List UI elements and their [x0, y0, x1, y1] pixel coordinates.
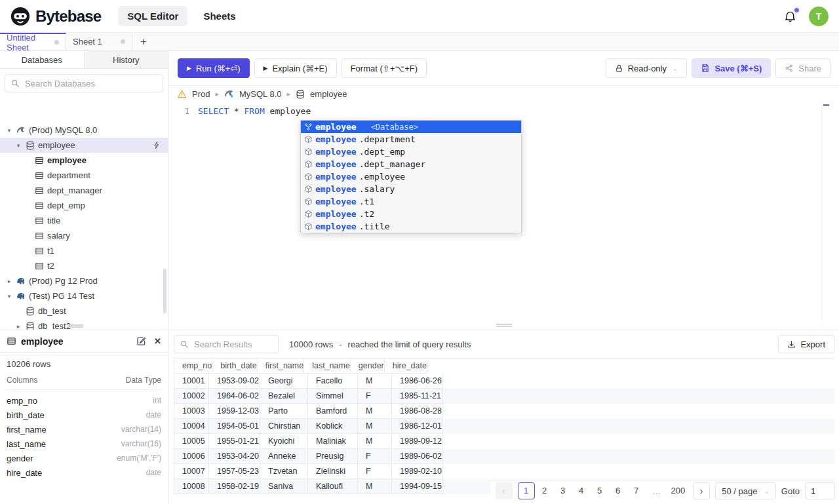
prev-page-button[interactable]: ‹: [496, 482, 513, 499]
edit-icon[interactable]: [136, 336, 146, 346]
tree-item-table-title[interactable]: title: [0, 213, 168, 228]
cell-birth-date[interactable]: 1953-09-02: [209, 374, 260, 389]
sheet-tab-untitled[interactable]: Untitled Sheet: [0, 33, 66, 50]
tree-item-table-salary[interactable]: salary: [0, 228, 168, 243]
cell-birth-date[interactable]: 1957-05-23: [209, 464, 260, 479]
cell-gender[interactable]: F: [358, 389, 392, 404]
cell-emp-no[interactable]: 10001: [174, 374, 209, 389]
cell-hire-date[interactable]: 1989-02-10: [392, 464, 443, 479]
column-header[interactable]: birth_date: [212, 359, 258, 374]
cell-emp-no[interactable]: 10008: [174, 479, 209, 494]
explain-button[interactable]: ▶ Explain (⌘+E): [254, 58, 337, 78]
tree-item-employee-database[interactable]: ▾ employee: [0, 138, 168, 153]
cell-emp-no[interactable]: 10006: [174, 449, 209, 464]
splitter-drag-handle[interactable]: [496, 324, 512, 327]
cell-gender[interactable]: M: [358, 434, 392, 449]
save-button[interactable]: Save (⌘+S): [692, 58, 771, 78]
page-number[interactable]: 1: [518, 482, 535, 499]
cell-hire-date[interactable]: 1986-08-28: [392, 404, 443, 419]
tree-item-table-employee[interactable]: employee: [0, 153, 168, 168]
column-header[interactable]: first_name: [258, 359, 304, 374]
column-header[interactable]: last_name: [304, 359, 351, 374]
cell-last-name[interactable]: Preusig: [308, 449, 358, 464]
autocomplete-item[interactable]: employee.dept_emp: [301, 145, 521, 158]
cell-hire-date[interactable]: 1986-12-01: [392, 419, 443, 434]
cell-gender[interactable]: M: [358, 419, 392, 434]
cell-last-name[interactable]: Simmel: [308, 389, 358, 404]
cell-emp-no[interactable]: 10002: [174, 389, 209, 404]
sheet-tab-sheet1[interactable]: Sheet 1: [66, 33, 132, 50]
page-number[interactable]: 7: [628, 482, 645, 499]
tree-item-db-test[interactable]: db_test: [0, 303, 168, 319]
nav-sql-editor[interactable]: SQL Editor: [118, 6, 187, 26]
tree-item-table-department[interactable]: department: [0, 168, 168, 183]
cell-birth-date[interactable]: 1953-04-20: [209, 449, 260, 464]
export-button[interactable]: Export: [778, 335, 834, 353]
cell-gender[interactable]: F: [358, 464, 392, 479]
search-databases-input[interactable]: [24, 78, 157, 89]
cell-first-name[interactable]: Anneke: [260, 449, 308, 464]
close-icon[interactable]: ✕: [154, 336, 161, 346]
tree-item-table-t2[interactable]: t2: [0, 258, 168, 273]
cell-first-name[interactable]: Tzvetan: [260, 464, 308, 479]
cell-birth-date[interactable]: 1964-06-02: [209, 389, 260, 404]
autocomplete-item[interactable]: employee.employee: [301, 170, 521, 183]
readonly-mode-select[interactable]: Read-only ⌄: [606, 58, 688, 78]
goto-page-input[interactable]: [805, 482, 835, 499]
breadcrumb-database[interactable]: employee: [310, 89, 347, 99]
autocomplete-item[interactable]: employee.dept_manager: [301, 158, 521, 170]
share-button[interactable]: Share: [775, 58, 830, 78]
cell-last-name[interactable]: Bamford: [308, 404, 358, 419]
cell-first-name[interactable]: Chirstian: [260, 419, 308, 434]
cell-emp-no[interactable]: 10004: [174, 419, 209, 434]
page-size-select[interactable]: 50 / page ⌄: [715, 482, 776, 499]
notification-bell-button[interactable]: [783, 9, 797, 23]
cell-hire-date[interactable]: 1989-06-02: [392, 449, 443, 464]
cell-first-name[interactable]: Parto: [260, 404, 308, 419]
nav-sheets[interactable]: Sheets: [194, 6, 244, 26]
cell-emp-no[interactable]: 10003: [174, 404, 209, 419]
cell-hire-date[interactable]: 1985-11-21: [392, 389, 443, 404]
cell-birth-date[interactable]: 1958-02-19: [209, 479, 260, 494]
add-sheet-button[interactable]: +: [132, 33, 155, 50]
tree-item-table-dept-manager[interactable]: dept_manager: [0, 183, 168, 198]
next-page-button[interactable]: ›: [693, 482, 710, 499]
page-number[interactable]: 6: [610, 482, 627, 499]
cell-gender[interactable]: M: [358, 374, 392, 389]
cell-hire-date[interactable]: 1986-06-26: [392, 374, 443, 389]
autocomplete-item[interactable]: employee.salary: [301, 183, 521, 195]
tree-item-table-dept-emp[interactable]: dept_emp: [0, 198, 168, 213]
tree-item-mysql-instance[interactable]: ▾ (Prod) MySQL 8.0: [0, 123, 168, 138]
cell-last-name[interactable]: Maliniak: [308, 434, 358, 449]
autocomplete-item[interactable]: employee.title: [301, 220, 521, 233]
avatar[interactable]: T: [809, 7, 829, 26]
cell-emp-no[interactable]: 10005: [174, 434, 209, 449]
cell-birth-date[interactable]: 1959-12-03: [209, 404, 260, 419]
sidebar-scrollbar[interactable]: [163, 269, 166, 313]
connect-bolt-icon[interactable]: [153, 141, 161, 149]
sql-code-editor[interactable]: 1 SELECT * FROM employee employee <Datab…: [169, 102, 839, 321]
cell-first-name[interactable]: Georgi: [260, 374, 308, 389]
run-button[interactable]: ▶ Run (⌘+⏎): [178, 58, 250, 78]
cell-last-name[interactable]: Kalloufi: [308, 479, 358, 494]
page-number-last[interactable]: 200: [669, 482, 688, 499]
cell-hire-date[interactable]: 1989-09-12: [392, 434, 443, 449]
cell-last-name[interactable]: Facello: [308, 374, 358, 389]
cell-last-name[interactable]: Zielinski: [308, 464, 358, 479]
autocomplete-item[interactable]: employee.department: [301, 133, 521, 145]
format-button[interactable]: Format (⇧+⌥+F): [341, 58, 427, 78]
column-header[interactable]: emp_no: [174, 359, 212, 374]
tree-item-pg14-instance[interactable]: ▾ (Test) PG 14 Test: [0, 288, 168, 303]
column-header[interactable]: hire_date: [385, 359, 427, 374]
page-number[interactable]: 2: [536, 482, 553, 499]
column-header[interactable]: gender: [351, 359, 385, 374]
cell-last-name[interactable]: Koblick: [308, 419, 358, 434]
cell-first-name[interactable]: Saniva: [260, 479, 308, 494]
page-number[interactable]: 5: [591, 482, 608, 499]
cell-birth-date[interactable]: 1954-05-01: [209, 419, 260, 434]
cell-gender[interactable]: F: [358, 449, 392, 464]
autocomplete-item[interactable]: employee.t2: [301, 208, 521, 220]
search-results-input[interactable]: [193, 339, 273, 350]
page-number[interactable]: 3: [555, 482, 572, 499]
tab-databases[interactable]: Databases: [0, 51, 85, 68]
